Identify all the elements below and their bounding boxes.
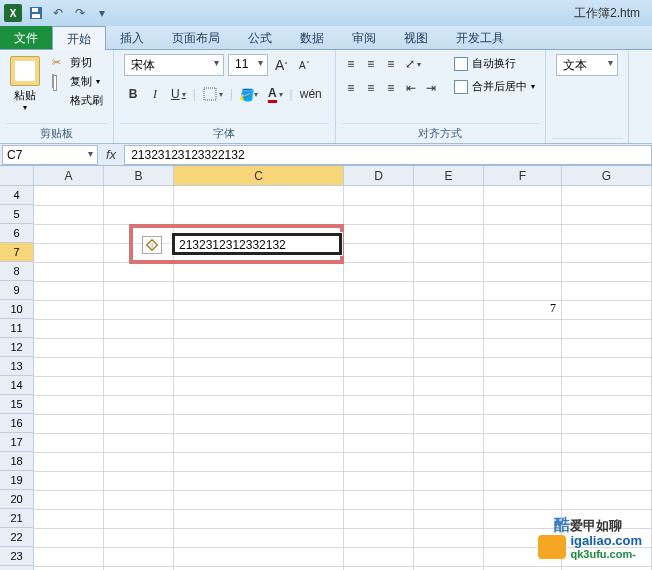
row-header-22[interactable]: 22 (0, 528, 34, 547)
cell[interactable] (174, 262, 344, 281)
bold-button[interactable]: B (124, 84, 142, 104)
row-header-20[interactable]: 20 (0, 490, 34, 509)
cell[interactable] (414, 357, 484, 376)
cell[interactable] (344, 357, 414, 376)
cell[interactable] (174, 433, 344, 452)
cell[interactable] (104, 376, 174, 395)
cell[interactable] (344, 433, 414, 452)
font-color-button[interactable]: A (265, 84, 286, 104)
paste-button[interactable]: 粘贴 ▾ (6, 54, 44, 123)
row-header-18[interactable]: 18 (0, 452, 34, 471)
row-header-4[interactable]: 4 (0, 186, 34, 205)
cell[interactable] (174, 414, 344, 433)
row-header-16[interactable]: 16 (0, 414, 34, 433)
qat-dropdown-icon[interactable]: ▾ (94, 5, 110, 21)
cell[interactable] (344, 281, 414, 300)
formula-input[interactable]: 21323123123322132 (124, 145, 652, 165)
cell[interactable] (562, 243, 652, 262)
cell[interactable] (484, 243, 562, 262)
cell[interactable] (104, 452, 174, 471)
cell[interactable] (34, 395, 104, 414)
col-header-A[interactable]: A (34, 166, 104, 186)
wrap-text-button[interactable]: 自动换行 (450, 54, 539, 73)
shrink-font-icon[interactable]: A˅ (295, 55, 313, 75)
col-header-B[interactable]: B (104, 166, 174, 186)
cell[interactable] (414, 186, 484, 205)
cell[interactable] (104, 471, 174, 490)
cell[interactable] (414, 319, 484, 338)
cell[interactable] (562, 300, 652, 319)
phonetic-button[interactable]: wén (297, 84, 325, 104)
row-header-21[interactable]: 21 (0, 509, 34, 528)
cell[interactable] (484, 452, 562, 471)
cell[interactable] (34, 262, 104, 281)
tab-review[interactable]: 审阅 (338, 26, 390, 49)
cell[interactable] (414, 262, 484, 281)
italic-button[interactable]: I (146, 84, 164, 104)
undo-icon[interactable]: ↶ (50, 5, 66, 21)
col-header-C[interactable]: C (174, 166, 344, 186)
cell[interactable] (174, 471, 344, 490)
cell[interactable] (414, 547, 484, 566)
cell[interactable] (104, 281, 174, 300)
cell[interactable] (562, 357, 652, 376)
cell[interactable] (174, 395, 344, 414)
cell[interactable] (484, 414, 562, 433)
cell[interactable] (484, 186, 562, 205)
cell[interactable] (484, 205, 562, 224)
col-header-D[interactable]: D (344, 166, 414, 186)
cell[interactable] (414, 509, 484, 528)
select-all-corner[interactable] (0, 166, 34, 186)
cell[interactable] (174, 205, 344, 224)
align-center-icon[interactable]: ≡ (362, 78, 380, 98)
cell[interactable] (414, 338, 484, 357)
cell[interactable] (414, 471, 484, 490)
number-format-select[interactable]: 文本 (556, 54, 618, 76)
cell[interactable] (484, 395, 562, 414)
cell[interactable] (414, 433, 484, 452)
cell[interactable] (104, 414, 174, 433)
format-painter-button[interactable]: 格式刷 (48, 92, 107, 109)
cell[interactable] (174, 319, 344, 338)
name-box[interactable]: C7 (2, 145, 98, 165)
cell[interactable] (174, 547, 344, 566)
underline-button[interactable]: U (168, 84, 189, 104)
cell[interactable] (414, 300, 484, 319)
cell[interactable] (344, 300, 414, 319)
cell[interactable] (344, 490, 414, 509)
cell[interactable] (484, 224, 562, 243)
cell[interactable] (414, 414, 484, 433)
cell[interactable] (414, 395, 484, 414)
cell[interactable] (484, 490, 562, 509)
cell[interactable] (562, 376, 652, 395)
cell[interactable] (414, 243, 484, 262)
cell[interactable] (562, 452, 652, 471)
copy-button[interactable]: 复制▾ (48, 73, 107, 90)
cell[interactable] (34, 357, 104, 376)
cell[interactable] (104, 338, 174, 357)
tab-file[interactable]: 文件 (0, 26, 52, 49)
cell[interactable] (174, 528, 344, 547)
row-header-12[interactable]: 12 (0, 338, 34, 357)
cell[interactable] (344, 205, 414, 224)
cell[interactable] (562, 414, 652, 433)
cell[interactable] (344, 414, 414, 433)
cell[interactable] (344, 319, 414, 338)
cell[interactable] (34, 566, 104, 570)
tab-data[interactable]: 数据 (286, 26, 338, 49)
row-header-8[interactable]: 8 (0, 262, 34, 281)
cell[interactable] (104, 357, 174, 376)
cell[interactable] (34, 490, 104, 509)
save-icon[interactable] (28, 5, 44, 21)
tab-page-layout[interactable]: 页面布局 (158, 26, 234, 49)
cell[interactable] (414, 566, 484, 570)
cell[interactable] (484, 281, 562, 300)
cell[interactable] (34, 509, 104, 528)
cell[interactable] (104, 300, 174, 319)
active-cell[interactable]: 2132312312332132 (172, 233, 342, 255)
fill-color-button[interactable]: 🪣 (237, 84, 261, 104)
cell[interactable] (562, 281, 652, 300)
cell[interactable] (344, 395, 414, 414)
col-header-E[interactable]: E (414, 166, 484, 186)
cell[interactable] (344, 528, 414, 547)
